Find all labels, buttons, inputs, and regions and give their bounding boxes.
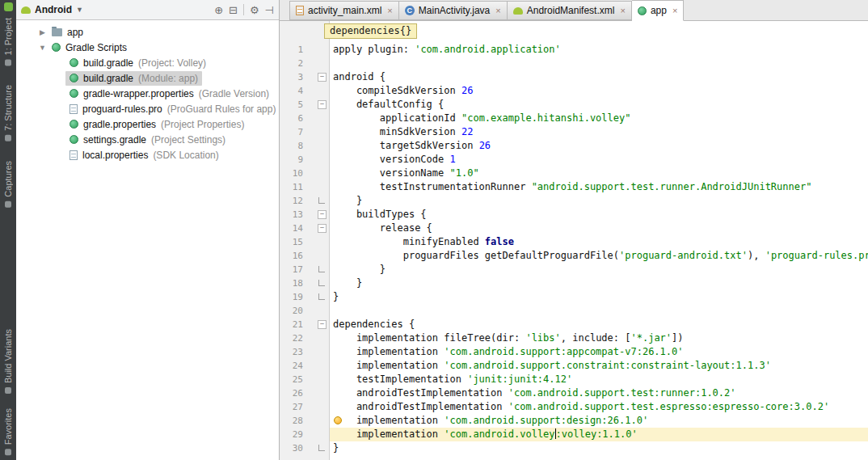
line-number: 25	[280, 373, 307, 386]
code-line[interactable]: 22 implementation fileTree(dir: 'libs', …	[280, 331, 868, 345]
fold-marker-icon[interactable]	[307, 441, 330, 455]
file-icon	[70, 150, 78, 160]
captures-icon	[5, 201, 11, 208]
tree-item-gradle-wrapper-properties[interactable]: gradle-wrapper.properties(Gradle Version…	[16, 86, 279, 101]
code-line[interactable]: 10 versionName "1.0"	[280, 167, 868, 180]
tree-item-proguard-rules-pro[interactable]: proguard-rules.pro(ProGuard Rules for ap…	[16, 101, 279, 116]
tab-mainactivity-java[interactable]: CMainActivity.java×	[399, 1, 508, 20]
tree-item-settings-gradle[interactable]: settings.gradle(Project Settings)	[16, 132, 279, 147]
code-line[interactable]: 17 }	[280, 263, 868, 276]
close-icon[interactable]: ×	[495, 6, 500, 15]
hide-panel-icon[interactable]: ⊣	[265, 4, 274, 16]
tool-button-captures[interactable]: Captures	[3, 161, 13, 208]
code-line[interactable]: 3android {	[280, 70, 868, 84]
gradle-icon	[70, 120, 78, 129]
line-number: 10	[280, 167, 307, 180]
close-icon[interactable]: ×	[620, 6, 625, 15]
tab-app[interactable]: app×	[632, 0, 684, 21]
code-line[interactable]: 29 implementation 'com.android.volley:vo…	[280, 428, 868, 441]
line-number: 29	[280, 428, 307, 441]
tab-androidmanifest-xml[interactable]: AndroidManifest.xml×	[508, 1, 632, 20]
chevron-expanded-icon[interactable]: ▼	[37, 44, 48, 52]
fold-gutter	[307, 359, 330, 373]
fold-marker-icon[interactable]	[307, 98, 330, 112]
tab-activity-main-xml[interactable]: activity_main.xml×	[289, 1, 399, 20]
tool-button-7-structure[interactable]: 7: Structure	[3, 85, 13, 141]
code-line[interactable]: 26 androidTestImplementation 'com.androi…	[280, 386, 868, 400]
line-number: 3	[280, 70, 307, 84]
code-line[interactable]: 23 implementation 'com.android.support:a…	[280, 345, 868, 359]
code-line[interactable]: 8 targetSdkVersion 26	[280, 139, 868, 153]
chevron-collapsed-icon[interactable]: ▶	[37, 28, 48, 36]
code-line[interactable]: 19}	[280, 290, 868, 304]
code-line[interactable]: 9 versionCode 1	[280, 153, 868, 167]
project-view-selector[interactable]: Android	[35, 4, 72, 15]
fold-marker-icon[interactable]	[307, 208, 330, 222]
fold-gutter	[307, 112, 330, 125]
code-line[interactable]: 12 }	[280, 194, 868, 208]
fold-gutter	[307, 304, 330, 318]
fold-marker-icon[interactable]	[307, 276, 330, 290]
line-number: 9	[280, 153, 307, 167]
fold-marker-icon[interactable]	[307, 318, 330, 331]
code-text	[330, 57, 868, 70]
code-line[interactable]: 27 androidTestImplementation 'com.androi…	[280, 400, 868, 414]
tree-item-build-gradle[interactable]: build.gradle(Project: Volley)	[16, 55, 279, 70]
code-line[interactable]: 30}	[280, 441, 868, 455]
fold-marker-icon[interactable]	[307, 70, 330, 84]
code-line[interactable]: 5 defaultConfig {	[280, 98, 868, 112]
code-line[interactable]: 7 minSdkVersion 22	[280, 125, 868, 139]
close-icon[interactable]: ×	[387, 6, 392, 15]
settings-gear-icon[interactable]: ⚙	[250, 4, 259, 16]
code-line[interactable]: 28 implementation 'com.android.support:d…	[280, 414, 868, 428]
7-structure-icon	[5, 135, 11, 141]
code-line[interactable]: 14 release {	[280, 222, 868, 235]
line-number: 1	[280, 43, 307, 57]
code-line[interactable]: 6 applicationId "com.example.hitanshi.vo…	[280, 112, 868, 125]
tool-button-label: Captures	[3, 161, 13, 197]
close-icon[interactable]: ×	[672, 6, 677, 15]
code-text: compileSdkVersion 26	[330, 84, 868, 98]
locate-file-icon[interactable]: ⊕	[214, 4, 223, 16]
fold-marker-icon[interactable]	[307, 222, 330, 235]
tool-button-favorites[interactable]: Favorites	[3, 408, 13, 455]
fold-gutter	[307, 331, 330, 345]
tree-item-label: gradle-wrapper.properties	[83, 88, 194, 99]
fold-marker-icon[interactable]	[307, 263, 330, 276]
code-line[interactable]: 24 implementation 'com.android.support.c…	[280, 359, 868, 373]
fold-marker-icon[interactable]	[307, 290, 330, 304]
code-editor[interactable]: dependencies{} 1apply plugin: 'com.andro…	[280, 21, 868, 460]
tree-item-gradle-scripts[interactable]: ▼Gradle Scripts	[16, 40, 279, 55]
code-line[interactable]: 4 compileSdkVersion 26	[280, 84, 868, 98]
tree-item-local-properties[interactable]: local.properties(SDK Location)	[16, 147, 279, 162]
code-line[interactable]: 2	[280, 57, 868, 70]
tree-item-gradle-properties[interactable]: gradle.properties(Project Properties)	[16, 116, 279, 132]
tool-button-build-variants[interactable]: Build Variants	[3, 329, 13, 394]
collapse-all-icon[interactable]: ⊟	[229, 4, 238, 16]
intention-bulb-icon[interactable]	[334, 416, 342, 424]
tab-label: AndroidManifest.xml	[527, 5, 615, 16]
code-line[interactable]: 1apply plugin: 'com.android.application'	[280, 43, 868, 57]
tree-item-content: gradle-wrapper.properties(Gradle Version…	[65, 87, 273, 101]
code-line[interactable]: 11 testInstrumentationRunner "android.su…	[280, 180, 868, 194]
tree-item-app[interactable]: ▶app	[16, 24, 279, 40]
project-tool-window: Android ▼ ⊕⊟⚙⊣ ▶app▼Gradle Scriptsbuild.…	[16, 0, 279, 460]
code-line[interactable]: 21dependencies {	[280, 318, 868, 331]
code-line[interactable]: 25 testImplementation 'junit:junit:4.12'	[280, 373, 868, 386]
fold-marker-icon[interactable]	[307, 194, 330, 208]
gradle-icon	[70, 135, 78, 144]
chevron-down-icon[interactable]: ▼	[76, 6, 83, 14]
tree-item-annotation: (Project Settings)	[151, 134, 225, 146]
tool-stripe-bottom: Build VariantsFavorites	[3, 329, 13, 455]
tree-item-build-gradle[interactable]: build.gradle(Module: app)	[16, 70, 279, 86]
tool-button-1-project[interactable]: 1: Project	[3, 18, 13, 65]
line-number: 4	[280, 84, 307, 98]
line-number: 5	[280, 98, 307, 112]
code-line[interactable]: 16 proguardFiles getDefaultProguardFile(…	[280, 249, 868, 263]
fold-gutter	[307, 373, 330, 386]
code-text: testImplementation 'junit:junit:4.12'	[330, 373, 868, 386]
code-line[interactable]: 13 buildTypes {	[280, 208, 868, 222]
code-line[interactable]: 20	[280, 304, 868, 318]
code-line[interactable]: 18 }	[280, 276, 868, 290]
code-line[interactable]: 15 minifyEnabled false	[280, 235, 868, 249]
